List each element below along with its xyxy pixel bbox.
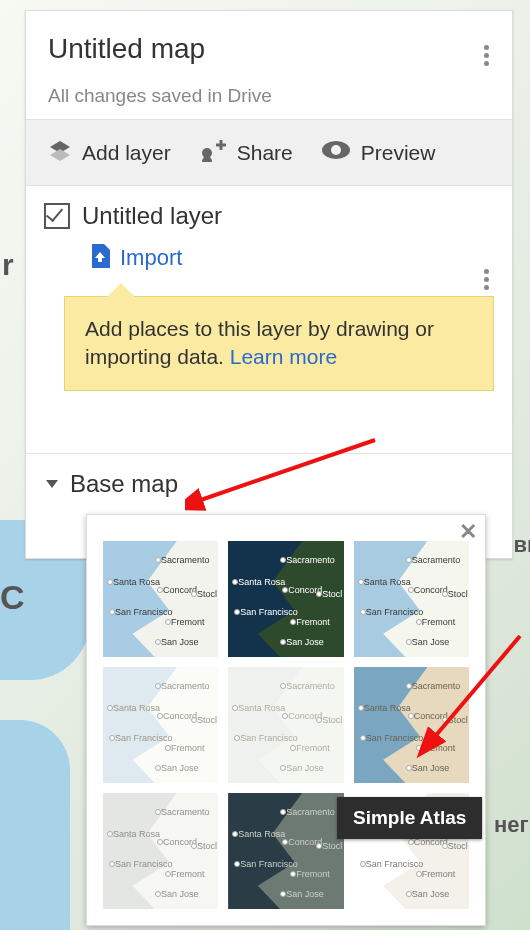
tile-city-label: San Francisco [240, 859, 298, 869]
share-button[interactable]: Share [199, 138, 293, 167]
import-row: Import [90, 244, 494, 272]
tile-city-label: San Jose [412, 637, 450, 647]
style-tile[interactable]: SacramentoSanta RosaConcordSan Francisco… [103, 667, 218, 783]
tile-city-label: Fremont [296, 743, 330, 753]
tile-city-label: Fremont [171, 617, 205, 627]
save-status: All changes saved in Drive [48, 85, 490, 107]
tile-city-label: Santa Rosa [113, 703, 160, 713]
eye-icon [321, 140, 351, 165]
tile-city-label: San Francisco [240, 607, 298, 617]
tile-city-label: Sacramento [286, 681, 335, 691]
svg-point-6 [331, 145, 341, 155]
layer-overflow-menu[interactable] [470, 263, 502, 295]
tile-city-label: Sacramento [286, 807, 335, 817]
tile-city-label: Santa Rosa [238, 829, 285, 839]
bg-text-fragment: r [2, 248, 14, 282]
layer-section: Untitled layer Import Add places to this… [26, 186, 512, 409]
share-icon [199, 138, 227, 167]
base-map-label: Base map [70, 470, 178, 498]
style-grid: SacramentoSanta RosaConcordSan Francisco… [103, 541, 469, 909]
layer-tip: Add places to this layer by drawing or i… [64, 296, 494, 391]
tile-city-label: Santa Rosa [113, 577, 160, 587]
tile-city-label: Stocl [448, 841, 468, 851]
bg-text-fragment: негр [494, 812, 530, 838]
tile-city-label: San Jose [286, 763, 324, 773]
tile-city-label: San Francisco [240, 733, 298, 743]
import-file-icon [90, 244, 110, 272]
tile-city-label: San Jose [161, 889, 199, 899]
import-link[interactable]: Import [120, 245, 182, 271]
style-tile[interactable]: SacramentoSanta RosaConcordSan Francisco… [228, 667, 343, 783]
tile-city-label: San Jose [286, 889, 324, 899]
caret-down-icon [46, 480, 58, 488]
tile-city-label: San Jose [412, 889, 450, 899]
style-tile[interactable]: SacramentoSanta RosaConcordSan Francisco… [103, 793, 218, 909]
tile-city-label: Stocl [197, 589, 217, 599]
layer-row: Untitled layer [44, 202, 494, 230]
tile-city-label: Sacramento [161, 555, 210, 565]
tile-city-label: San Jose [161, 763, 199, 773]
add-layer-label: Add layer [82, 141, 171, 165]
svg-marker-1 [50, 149, 70, 161]
preview-label: Preview [361, 141, 436, 165]
tile-city-label: Stocl [197, 841, 217, 851]
tile-city-label: Stocl [322, 841, 342, 851]
tile-city-label: Sacramento [161, 681, 210, 691]
map-overflow-menu[interactable] [470, 39, 502, 71]
tile-city-label: Santa Rosa [364, 703, 411, 713]
style-tile[interactable]: SacramentoSanta RosaConcordSan Francisco… [354, 667, 469, 783]
svg-rect-8 [98, 257, 102, 262]
tile-city-label: Stocl [322, 589, 342, 599]
style-tile[interactable]: SacramentoSanta RosaConcordSan Francisco… [228, 541, 343, 657]
mymaps-panel: Untitled map All changes saved in Drive … [25, 10, 513, 559]
tile-city-label: Santa Rosa [238, 703, 285, 713]
layer-title[interactable]: Untitled layer [82, 202, 222, 230]
panel-header: Untitled map All changes saved in Drive [26, 11, 512, 119]
basemap-style-popup: ✕ SacramentoSanta RosaConcordSan Francis… [86, 514, 486, 926]
tile-city-label: San Jose [161, 637, 199, 647]
tile-city-label: San Francisco [366, 733, 424, 743]
tile-city-label: San Francisco [115, 607, 173, 617]
toolbar: Add layer Share Preview [26, 119, 512, 186]
style-tooltip: Simple Atlas [337, 797, 482, 839]
tile-city-label: Fremont [171, 869, 205, 879]
tile-city-label: San Francisco [366, 607, 424, 617]
tile-city-label: San Francisco [115, 733, 173, 743]
tile-city-label: Stocl [322, 715, 342, 725]
add-layer-button[interactable]: Add layer [48, 138, 171, 167]
map-title[interactable]: Untitled map [48, 33, 490, 65]
tile-city-label: San Jose [412, 763, 450, 773]
tile-city-label: Fremont [422, 743, 456, 753]
tile-city-label: Stocl [448, 715, 468, 725]
tile-city-label: San Francisco [366, 859, 424, 869]
tile-city-label: Santa Rosa [113, 829, 160, 839]
tile-city-label: Stocl [197, 715, 217, 725]
tile-city-label: Sacramento [412, 555, 461, 565]
tile-city-label: Fremont [296, 869, 330, 879]
layer-visibility-checkbox[interactable] [44, 203, 70, 229]
style-tile[interactable]: SacramentoSanta RosaConcordSan Francisco… [103, 541, 218, 657]
style-tile[interactable]: SacramentoSanta RosaConcordSan Francisco… [228, 793, 343, 909]
preview-button[interactable]: Preview [321, 140, 436, 165]
tile-city-label: Fremont [422, 869, 456, 879]
tile-city-label: Stocl [448, 589, 468, 599]
tile-city-label: San Jose [286, 637, 324, 647]
tile-city-label: Santa Rosa [364, 577, 411, 587]
share-label: Share [237, 141, 293, 165]
tile-city-label: Sacramento [286, 555, 335, 565]
tile-city-label: Fremont [171, 743, 205, 753]
tile-city-label: Fremont [296, 617, 330, 627]
tile-city-label: Fremont [422, 617, 456, 627]
tile-city-label: Sacramento [161, 807, 210, 817]
layers-icon [48, 138, 72, 167]
tile-city-label: Santa Rosa [238, 577, 285, 587]
learn-more-link[interactable]: Learn more [230, 345, 337, 368]
style-tile[interactable]: SacramentoSanta RosaConcordSan Francisco… [354, 541, 469, 657]
tile-city-label: Sacramento [412, 681, 461, 691]
tile-city-label: San Francisco [115, 859, 173, 869]
bg-text-fragment: C [0, 578, 25, 617]
